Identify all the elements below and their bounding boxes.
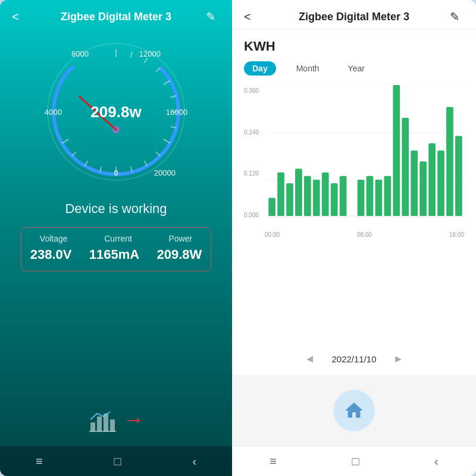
x-label-1600: 16:00 [449,231,464,238]
y-label-000: 0.000 [244,212,267,218]
svg-rect-32 [286,183,293,216]
gauge-value: 209.8w [90,103,141,121]
svg-rect-51 [455,136,462,216]
svg-line-3 [131,52,133,58]
stats-box: Voltage Current Power 238.0V 1165mA 209.… [21,227,211,271]
svg-line-11 [156,152,160,156]
left-nav-home[interactable]: □ [114,455,121,468]
gauge-scale-20000: 20000 [154,168,176,177]
svg-rect-44 [393,85,400,216]
svg-line-10 [164,139,170,143]
left-nav-back[interactable]: ‹ [192,455,196,468]
left-title: Zigbee Digital Meter 3 [26,11,206,23]
gauge-scale-8000: 8000 [71,49,89,58]
svg-rect-35 [313,180,320,216]
stats-header: Voltage Current Power [21,234,211,243]
device-status: Device is working [65,201,167,217]
chart-icon-container[interactable] [87,405,117,434]
svg-rect-21 [90,422,95,431]
left-edit-icon[interactable]: ✎ [206,10,220,24]
x-axis-labels: 00:00 08:00 16:00 [244,231,464,238]
svg-line-6 [164,81,170,85]
current-label: Current [104,234,132,243]
svg-rect-47 [419,161,427,216]
svg-line-5 [156,68,160,72]
x-label-0800: 08:00 [357,231,372,238]
right-nav-home[interactable]: □ [352,455,359,468]
svg-rect-49 [437,151,444,216]
left-back-icon[interactable]: < [12,10,26,24]
svg-rect-31 [277,173,284,216]
y-label-240: 0.240 [244,129,267,136]
home-icon [343,400,365,421]
svg-rect-43 [384,176,392,216]
svg-line-18 [62,139,68,143]
svg-rect-37 [331,183,338,216]
bar-chart-icon [87,405,117,434]
gauge-scale-4000: 4000 [45,108,62,117]
right-panel: < Zigbee Digital Meter 3 ✎ KWH Day Month… [232,0,476,476]
right-nav-menu[interactable]: ≡ [270,455,277,468]
tabs-container: Day Month Year [244,61,464,76]
right-title: Zigbee Digital Meter 3 [258,11,450,23]
svg-line-17 [72,152,76,156]
date-next-btn[interactable]: ► [389,350,409,368]
gauge-scale-12000: 12000 [139,49,161,58]
power-value: 209.8W [156,247,202,262]
chart-wrapper: 0.360 0.240 0.120 0.000 [244,85,464,238]
power-label: Power [168,234,192,243]
gauge-container: 4000 8000 12000 16000 0 20000 [39,35,193,189]
right-content: KWH Day Month Year 0.360 0.240 0.120 0.0… [232,29,476,343]
y-label-120: 0.120 [244,170,267,177]
gauge-scale-16000: 16000 [166,108,187,117]
tab-month[interactable]: Month [288,61,328,76]
x-label-0000: 00:00 [265,231,280,238]
svg-rect-46 [411,151,418,216]
tab-year[interactable]: Year [340,61,373,76]
svg-rect-50 [446,107,453,216]
svg-rect-34 [304,176,311,216]
svg-rect-33 [295,169,302,216]
left-nav-menu[interactable]: ≡ [36,455,43,468]
svg-rect-41 [367,176,374,216]
right-header: < Zigbee Digital Meter 3 ✎ [232,0,476,29]
right-bottom [232,375,476,446]
svg-rect-36 [322,173,329,216]
svg-rect-48 [428,143,436,216]
kwh-label: KWH [244,39,464,54]
right-nav-back[interactable]: ‹ [434,455,439,468]
tab-day[interactable]: Day [244,61,276,76]
date-nav: ◄ 2022/11/10 ► [232,343,476,375]
svg-rect-42 [375,180,383,216]
voltage-label: Voltage [40,234,68,243]
svg-rect-30 [268,198,275,216]
left-header: < Zigbee Digital Meter 3 ✎ [0,0,232,29]
current-value: 1165mA [89,247,139,262]
svg-rect-45 [402,118,409,216]
swipe-arrow: → [123,407,145,432]
left-nav-bar: ≡ □ ‹ [0,446,232,476]
gauge-scale-0: 0 [114,168,118,177]
svg-rect-38 [340,176,347,216]
right-edit-icon[interactable]: ✎ [450,10,464,24]
svg-line-4 [145,58,148,63]
left-panel: < Zigbee Digital Meter 3 ✎ 4000 8000 120… [0,0,232,476]
stats-values: 238.0V 1165mA 209.8W [21,247,211,262]
bar-chart-data [267,85,464,228]
svg-rect-24 [110,419,115,431]
right-nav-bar: ≡ □ ‹ [232,446,476,476]
right-back-icon[interactable]: < [244,10,258,24]
svg-rect-22 [97,416,102,431]
y-label-360: 0.360 [244,87,267,94]
date-label: 2022/11/10 [331,354,376,364]
date-prev-btn[interactable]: ◄ [300,350,320,368]
svg-rect-40 [358,180,365,216]
home-button[interactable] [333,390,375,431]
voltage-value: 238.0V [30,247,72,262]
